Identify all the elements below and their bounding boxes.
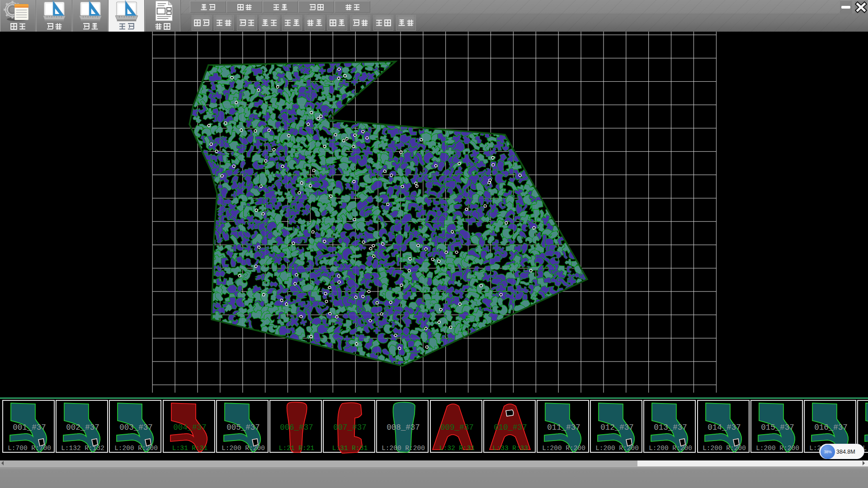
svg-text:014_#37: 014_#37 (708, 423, 741, 432)
svg-text:003_#37: 003_#37 (119, 423, 153, 432)
svg-text:009_#37: 009_#37 (440, 423, 474, 432)
svg-text:L:132 R:132: L:132 R:132 (61, 445, 104, 452)
svg-text:016_#37: 016_#37 (814, 423, 848, 432)
svg-text:005_#37: 005_#37 (226, 423, 260, 432)
svg-text:012_#37: 012_#37 (600, 423, 634, 432)
svg-text:010_#37: 010_#37 (494, 423, 527, 432)
svg-text:008_#37: 008_#37 (387, 423, 420, 432)
svg-text:L:200 R:200: L:200 R:200 (595, 445, 639, 452)
svg-text:L:200 R:200: L:200 R:200 (756, 445, 799, 452)
svg-text:L:31 R:31: L:31 R:31 (332, 445, 368, 452)
svg-text:002_#37: 002_#37 (66, 423, 99, 432)
svg-text:L:21 R:21: L:21 R:21 (279, 445, 314, 452)
svg-text:L:200 R:200: L:200 R:200 (649, 445, 692, 452)
svg-text:004_#37: 004_#37 (173, 423, 207, 432)
svg-text:006_#37: 006_#37 (280, 423, 313, 432)
svg-text:L:700 R:700: L:700 R:700 (8, 445, 51, 452)
svg-text:L:200 R:200: L:200 R:200 (703, 445, 746, 452)
svg-text:001_#37: 001_#37 (13, 423, 46, 432)
svg-text:L:200 R:200: L:200 R:200 (382, 445, 425, 452)
svg-text:L:200 R:200: L:200 R:200 (114, 445, 158, 452)
svg-text:L:31 R:31: L:31 R:31 (172, 445, 208, 452)
svg-text:013_#37: 013_#37 (654, 423, 687, 432)
svg-text:L:200 R:200: L:200 R:200 (542, 445, 585, 452)
svg-text:L:33 R:33: L:33 R:33 (493, 445, 528, 452)
svg-text:011_#37: 011_#37 (547, 423, 580, 432)
svg-text:L:32 R:31: L:32 R:31 (439, 445, 475, 452)
svg-text:L:200 R:200: L:200 R:200 (222, 445, 265, 452)
svg-text:007_#37: 007_#37 (333, 423, 367, 432)
svg-text:015_#37: 015_#37 (761, 423, 794, 432)
